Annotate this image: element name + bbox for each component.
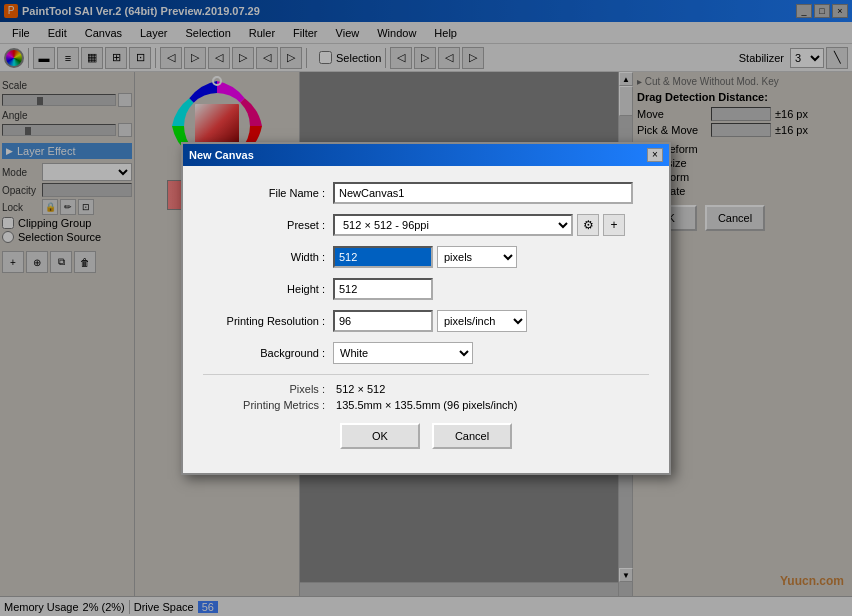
printing-metrics-row: Printing Metrics : 135.5mm × 135.5mm (96… [203,399,649,411]
background-row: Background : White [203,342,649,364]
new-canvas-dialog: New Canvas × File Name : Preset : 512 × … [181,142,671,475]
cancel-button[interactable]: Cancel [432,423,512,449]
background-select[interactable]: White [333,342,473,364]
file-name-input[interactable] [333,182,633,204]
preset-select[interactable]: 512 × 512 - 96ppi [333,214,573,236]
width-unit-select[interactable]: pixels [437,246,517,268]
background-label: Background : [203,347,333,359]
preset-label: Preset : [203,219,333,231]
printing-res-input[interactable] [333,310,433,332]
width-input[interactable] [333,246,433,268]
height-label: Height : [203,283,333,295]
dialog-body: File Name : Preset : 512 × 512 - 96ppi ⚙… [183,166,669,473]
file-name-label: File Name : [203,187,333,199]
pixels-value: 512 × 512 [336,383,385,395]
preset-btn-add[interactable]: + [603,214,625,236]
pixels-row: Pixels : 512 × 512 [203,383,649,395]
ok-button[interactable]: OK [340,423,420,449]
printing-res-row: Printing Resolution : pixels/inch [203,310,649,332]
printing-res-label: Printing Resolution : [203,315,333,327]
dialog-close-button[interactable]: × [647,148,663,162]
dialog-footer: OK Cancel [203,415,649,461]
file-name-row: File Name : [203,182,649,204]
divider [203,374,649,375]
printing-res-unit-select[interactable]: pixels/inch [437,310,527,332]
printing-metrics-value: 135.5mm × 135.5mm (96 pixels/inch) [336,399,517,411]
printing-metrics-label: Printing Metrics : [203,399,333,411]
preset-row: Preset : 512 × 512 - 96ppi ⚙ + [203,214,649,236]
preset-btn-settings[interactable]: ⚙ [577,214,599,236]
height-row: Height : [203,278,649,300]
width-row: Width : pixels [203,246,649,268]
dialog-titlebar: New Canvas × [183,144,669,166]
height-input[interactable] [333,278,433,300]
modal-overlay: New Canvas × File Name : Preset : 512 × … [0,0,852,616]
width-label: Width : [203,251,333,263]
dialog-title: New Canvas [189,149,254,161]
pixels-label: Pixels : [203,383,333,395]
